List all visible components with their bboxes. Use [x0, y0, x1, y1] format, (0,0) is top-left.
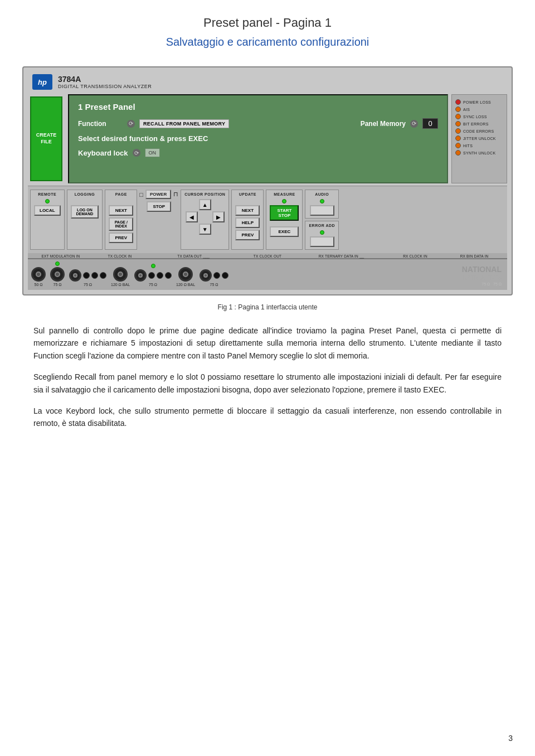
tx-data-dot2 — [91, 272, 98, 279]
tx-data-dot3 — [100, 272, 106, 279]
function-spin-icon: ⟳ — [127, 120, 135, 128]
signal-label-tx-clk-out: TX CLOCK OUT — [238, 254, 297, 258]
error-add-button[interactable] — [310, 236, 334, 247]
logging-group: LOGGING LOG ONDEMAND — [67, 190, 103, 250]
tx-clk-in-led — [55, 261, 60, 266]
cursor-up-button[interactable]: ▲ — [199, 199, 211, 210]
page-prev-button[interactable]: PREV — [109, 232, 133, 243]
keyboard-lock-spin-icon: ⟳ — [133, 149, 140, 157]
page-index-button[interactable]: PAGE /INDEX — [109, 217, 133, 231]
ohm-tx-data: 75 Ω — [84, 283, 92, 287]
page-group: PAGE NEXT PAGE /INDEX PREV — [105, 190, 137, 250]
cursor-down-button[interactable]: ▼ — [199, 224, 211, 235]
audio-error-group: AUDIO ERROR ADD — [305, 190, 339, 250]
ohm-rx-bin: 75 Ω — [210, 283, 218, 287]
local-button[interactable]: LOCAL — [34, 205, 61, 216]
start-stop-button[interactable]: STARTSTOP — [270, 205, 299, 221]
instrument-panel: hp 3784A DIGITAL TRANSMISSION ANALYZER C… — [22, 66, 513, 295]
signal-labels-row: EXT MODULATION IN TX CLOCK IN TX DATA OU… — [28, 253, 507, 258]
keyboard-lock-label: Keyboard lock — [78, 149, 128, 157]
paragraph-1: Sul pannello di controllo dopo le prime … — [33, 324, 502, 362]
page-subtitle: Salvataggio e caricamento configurazioni — [0, 36, 535, 49]
connector-tx-clk-out: 120 Ω BAL — [111, 267, 130, 287]
page-number: 3 — [508, 734, 513, 743]
audio-led — [320, 199, 324, 203]
power-button[interactable]: POWER — [145, 190, 171, 199]
rx-ternary-jack1 — [134, 269, 147, 282]
signal-label-ext-mod: EXT MODULATION IN — [31, 254, 90, 258]
led-synth-unlock-indicator — [455, 150, 461, 156]
connector-ext-mod: 50 Ω — [31, 267, 46, 287]
led-bit-errors: BIT ERRORS — [455, 121, 503, 127]
exec-button[interactable]: EXEC — [270, 226, 299, 237]
update-prev-button[interactable]: PREV — [235, 230, 260, 240]
rx-ternary-dot1 — [148, 272, 155, 279]
remote-led — [45, 199, 50, 203]
panel-memory-label: Panel Memory — [361, 120, 406, 128]
cursor-right-button[interactable]: ▶ — [212, 211, 225, 222]
rx-ternary-led — [151, 264, 155, 268]
led-code-errors: CODE ERRORS — [455, 128, 503, 134]
function-button[interactable]: RECALL FROM PANEL MEMORY — [139, 119, 229, 128]
led-synth-unlock: SYNTH UNLOCK — [455, 150, 503, 156]
tx-data-dots — [69, 269, 106, 282]
signal-label-rx-ternary: RX TERNARY DATA IN ⎯⎯ — [297, 254, 386, 258]
connector-rx-bin: 75 Ω — [200, 269, 228, 287]
remote-group: REMOTE LOCAL — [30, 190, 65, 250]
led-hits-indicator — [455, 143, 461, 148]
power-stop-group: □ POWER ⊓ STOP — [139, 190, 178, 250]
rx-bin-dot2 — [222, 272, 228, 279]
rx-ternary-dot2 — [157, 272, 163, 279]
page-title: Preset panel - Pagina 1 — [0, 0, 535, 30]
connector-tx-clk-in-jack — [50, 267, 65, 282]
led-bit-errors-indicator — [455, 121, 461, 127]
rx-ternary-dots — [134, 269, 172, 282]
log-on-demand-button[interactable]: LOG ONDEMAND — [71, 205, 99, 219]
signal-label-tx-clk-in: TX CLOCK IN — [90, 254, 149, 258]
ohm-ext-mod: 50 Ω — [35, 283, 43, 287]
led-jitter-unlock: JITTER UNLOCK — [455, 135, 503, 141]
led-sync-loss: SYNC LOSS — [455, 114, 503, 119]
led-jitter-unlock-indicator — [455, 135, 461, 141]
led-power-loss: POWER LOSS — [455, 99, 503, 105]
led-sync-loss-indicator — [455, 114, 461, 119]
help-button[interactable]: HELP — [235, 217, 260, 228]
top-strip: hp 3784A DIGITAL TRANSMISSION ANALYZER — [28, 72, 507, 92]
tx-data-jack1 — [69, 269, 81, 282]
connector-rx-ternary: 75 Ω — [134, 264, 172, 287]
error-add-group: ERROR ADD — [305, 221, 339, 250]
rx-bin-dots — [200, 269, 228, 282]
signal-label-tx-data: TX DATA OUT ⎯⎯⎯ — [149, 254, 238, 258]
connector-rx-clk: 120 Ω BAL — [176, 267, 195, 287]
ni-watermark: NATIONAL INSTRUMENTS 75 Ω 75 Ω — [233, 264, 504, 287]
led-hits: HITS — [455, 143, 503, 148]
measure-group: MEASURE STARTSTOP EXEC — [266, 190, 303, 250]
led-code-errors-indicator — [455, 128, 461, 134]
controls-row: REMOTE LOCAL LOGGING LOG ONDEMAND PAGE N… — [28, 186, 507, 253]
select-instruction: Select desired function & press EXEC — [78, 134, 208, 143]
figure-caption: Fig 1 : Pagina 1 interfaccia utente — [0, 303, 535, 311]
keyboard-lock-row: Keyboard lock ⟳ ON — [78, 148, 438, 157]
update-group: UPDATE NEXT HELP PREV — [231, 190, 264, 250]
cursor-left-button[interactable]: ◀ — [186, 211, 198, 222]
power-on-icon: ⊓ — [173, 191, 178, 198]
model-info: 3784A DIGITAL TRANSMISSION ANALYZER — [58, 75, 152, 89]
connector-tx-clk-in: 75 Ω — [50, 261, 65, 287]
page-next-button[interactable]: NEXT — [109, 205, 133, 216]
update-next-button[interactable]: NEXT — [235, 205, 260, 216]
paragraph-2: Scegliendo Recall from panel memory e lo… — [33, 371, 502, 396]
panel-memory-display: 0 — [422, 118, 438, 129]
stop-button[interactable]: STOP — [147, 201, 171, 212]
function-label: Function — [78, 120, 123, 128]
ohm-tx-clk-in: 75 Ω — [54, 283, 62, 287]
create-file-button[interactable]: CREATE FILE — [30, 96, 62, 181]
keyboard-lock-display: ON — [145, 148, 160, 157]
ohm-tx-clk-out: 120 Ω BAL — [111, 283, 130, 287]
led-ais: AIS — [455, 106, 503, 112]
power-icons: □ POWER ⊓ — [139, 190, 178, 199]
tx-data-dot1 — [83, 272, 90, 279]
audio-button[interactable] — [310, 205, 334, 216]
connector-rx-clk-jack — [178, 267, 193, 282]
led-power-loss-indicator — [455, 99, 461, 105]
measure-led — [282, 199, 286, 203]
